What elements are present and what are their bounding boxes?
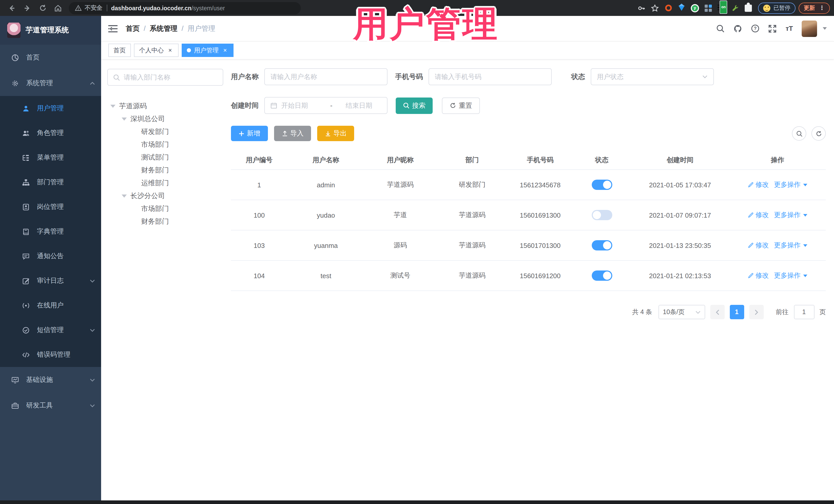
- caret-down-icon[interactable]: [122, 194, 127, 197]
- edit-link[interactable]: 修改: [748, 271, 769, 280]
- sidebar-item-infra[interactable]: 基础设施: [0, 367, 101, 393]
- reset-button[interactable]: 重置: [442, 97, 480, 114]
- extension-green-circle-icon[interactable]: y: [689, 2, 701, 14]
- chrome-update-button[interactable]: 更新 ⋮: [798, 2, 830, 14]
- sidebar-item-user-mgmt[interactable]: 用户管理: [0, 96, 101, 120]
- extension-orange-icon[interactable]: [663, 2, 674, 14]
- breadcrumb-system[interactable]: 系统管理: [150, 24, 178, 33]
- more-actions-link[interactable]: 更多操作: [774, 241, 807, 250]
- col-header: 用户编号: [231, 155, 287, 165]
- browser-refresh-button[interactable]: [37, 2, 49, 14]
- more-actions-link[interactable]: 更多操作: [774, 271, 807, 280]
- app-logo: [7, 23, 21, 38]
- pencil-icon: [748, 212, 754, 218]
- status-toggle[interactable]: [592, 270, 612, 281]
- address-bar[interactable]: 不安全 dashboard.yudao.iocoder.cn/system/us…: [69, 2, 301, 14]
- browser-back-button[interactable]: [6, 2, 18, 14]
- tree-node[interactable]: 深圳总公司: [107, 112, 223, 125]
- user-avatar[interactable]: [802, 20, 817, 37]
- close-icon[interactable]: ×: [222, 47, 228, 53]
- tree-node[interactable]: 芋道源码: [107, 100, 223, 112]
- sidebar-item-audit-log[interactable]: 审计日志: [0, 268, 101, 293]
- browser-home-button[interactable]: [52, 2, 64, 14]
- add-button[interactable]: 新增: [231, 126, 268, 141]
- sidebar-item-post-mgmt[interactable]: 岗位管理: [0, 195, 101, 219]
- app-logo-row[interactable]: 芋道管理系统: [0, 16, 101, 45]
- fullscreen-icon[interactable]: [768, 24, 777, 33]
- page-number-button[interactable]: 1: [729, 305, 744, 319]
- breadcrumb-separator: /: [182, 25, 184, 32]
- sidebar-item-label: 短信管理: [37, 325, 64, 335]
- chevron-down-icon: [695, 310, 700, 314]
- more-actions-link[interactable]: 更多操作: [774, 180, 807, 190]
- sidebar-item-dept-mgmt[interactable]: 部门管理: [0, 170, 101, 195]
- next-page-button[interactable]: [749, 305, 764, 319]
- sidebar-item-errcode-mgmt[interactable]: 错误码管理: [0, 342, 101, 367]
- extensions-puzzle-icon[interactable]: [743, 2, 754, 14]
- password-key-icon[interactable]: [636, 2, 647, 14]
- sidebar-item-sms-mgmt[interactable]: 短信管理: [0, 318, 101, 342]
- sidebar-item-home[interactable]: 首页: [0, 45, 101, 70]
- browser-menu-icon[interactable]: ⋮: [819, 5, 825, 11]
- export-button[interactable]: 导出: [317, 126, 354, 141]
- import-button[interactable]: 导入: [274, 126, 311, 141]
- pencil-icon: [748, 182, 754, 188]
- toggle-search-button[interactable]: [792, 126, 806, 140]
- tag-home[interactable]: 首页: [108, 44, 131, 57]
- extension-grid-icon[interactable]: [703, 2, 714, 14]
- tree-node[interactable]: 财务部门: [107, 164, 223, 177]
- tree-node[interactable]: 运维部门: [107, 177, 223, 190]
- prev-page-button[interactable]: [710, 305, 724, 319]
- profile-paused-chip[interactable]: 已暂停: [758, 2, 795, 14]
- bookmark-star-icon[interactable]: [649, 2, 660, 14]
- sidebar-item-menu-mgmt[interactable]: 菜单管理: [0, 145, 101, 170]
- caret-down-icon[interactable]: [110, 105, 115, 108]
- page-size-select[interactable]: 10条/页: [658, 305, 705, 319]
- user-list-panel: 用户名称 手机号码 状态 用户状态 创建时间: [223, 68, 826, 504]
- sidebar-item-role-mgmt[interactable]: 角色管理: [0, 120, 101, 145]
- edit-link[interactable]: 修改: [748, 241, 769, 250]
- sidebar-item-system[interactable]: 系统管理: [0, 70, 101, 96]
- tree-node[interactable]: 研发部门: [107, 125, 223, 138]
- chevron-down-icon: [803, 274, 807, 277]
- help-icon[interactable]: ?: [751, 24, 759, 33]
- tree-node[interactable]: 财务部门: [107, 215, 223, 228]
- status-toggle[interactable]: [592, 240, 612, 250]
- col-header: 操作: [729, 155, 826, 165]
- tag-profile[interactable]: 个人中心 ×: [134, 44, 179, 57]
- font-size-icon[interactable]: ᴛT: [786, 25, 793, 32]
- tree-node[interactable]: 市场部门: [107, 138, 223, 151]
- caret-down-icon[interactable]: [122, 117, 127, 120]
- edit-link[interactable]: 修改: [748, 180, 769, 190]
- tree-node[interactable]: 测试部门: [107, 151, 223, 164]
- search-icon[interactable]: [716, 24, 724, 33]
- date-range-picker[interactable]: 开始日期 - 结束日期: [264, 97, 388, 114]
- refresh-table-button[interactable]: [811, 126, 826, 140]
- sidebar-item-devtools[interactable]: 研发工具: [0, 393, 101, 418]
- github-icon[interactable]: [733, 24, 742, 33]
- status-select[interactable]: 用户状态: [591, 68, 714, 85]
- tag-user-mgmt[interactable]: 用户管理 ×: [182, 44, 234, 57]
- sidebar-item-notice[interactable]: 通知公告: [0, 244, 101, 268]
- sidebar-item-online-users[interactable]: 在线用户: [0, 293, 101, 318]
- status-toggle[interactable]: [592, 210, 612, 220]
- browser-forward-button[interactable]: [21, 2, 34, 14]
- breadcrumb-home[interactable]: 首页: [126, 24, 139, 33]
- extension-on-badge-icon[interactable]: on: [716, 2, 727, 14]
- status-toggle[interactable]: [592, 180, 612, 190]
- tree-node[interactable]: 长沙分公司: [107, 190, 223, 202]
- close-icon[interactable]: ×: [167, 47, 174, 53]
- goto-page-input[interactable]: [794, 305, 814, 319]
- more-actions-link[interactable]: 更多操作: [774, 211, 807, 220]
- sidebar-collapse-icon[interactable]: [108, 25, 117, 32]
- search-button[interactable]: 搜索: [396, 97, 433, 114]
- extension-wrench-icon[interactable]: [729, 2, 741, 14]
- dept-search-input[interactable]: [124, 73, 218, 81]
- sidebar-item-dict-mgmt[interactable]: 字典管理: [0, 219, 101, 244]
- extension-gem-icon[interactable]: [676, 2, 687, 14]
- edit-link[interactable]: 修改: [748, 211, 769, 220]
- tree-node[interactable]: 市场部门: [107, 202, 223, 215]
- avatar-caret-icon[interactable]: [823, 27, 827, 30]
- username-input[interactable]: [270, 73, 381, 81]
- mobile-input[interactable]: [435, 73, 546, 81]
